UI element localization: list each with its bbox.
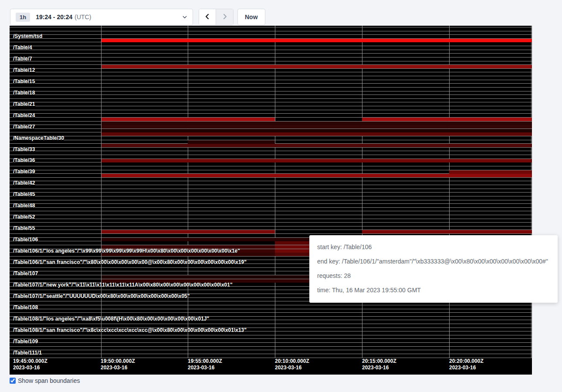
heat-band[interactable] [102, 132, 532, 136]
span-boundary-line [10, 215, 532, 215]
row-label: /Table/106/1/"los angeles"/"\x99\x99\x99… [13, 248, 240, 254]
duration-badge: 1h [16, 13, 30, 22]
row-label: /Table/33 [13, 147, 35, 152]
span-boundary-line [10, 192, 532, 193]
heat-band[interactable] [188, 140, 275, 144]
span-boundary-line [10, 76, 532, 76]
row-label: /Table/108/1/"san francisco"/"\x8c\xcc\x… [13, 328, 247, 333]
heat-band[interactable] [449, 170, 532, 174]
row-label: /Table/107 [13, 271, 38, 277]
span-boundary-line [10, 196, 532, 196]
span-tooltip: start key: /Table/106 end key: /Table/10… [309, 235, 558, 303]
x-axis-date: 2023-03-16 [13, 365, 47, 371]
chevron-down-icon [182, 14, 187, 20]
row-label: /Table/4 [13, 45, 32, 51]
span-boundary-line [10, 95, 532, 95]
heat-band[interactable] [102, 159, 532, 162]
heat-band[interactable] [102, 122, 532, 125]
row-label: /Table/15 [13, 79, 35, 84]
x-axis-label: 19:55:00.000Z2023-03-16 [188, 358, 222, 371]
heat-band[interactable] [102, 144, 532, 147]
span-boundary-line [10, 324, 532, 324]
time-range-selector[interactable]: 1h 19:24 - 20:24 (UTC) [10, 9, 193, 25]
show-span-boundaries-checkbox[interactable] [10, 378, 16, 384]
row-label: /Table/42 [13, 180, 35, 186]
heat-band[interactable] [362, 230, 532, 233]
heat-band[interactable] [102, 174, 532, 177]
span-boundary-line [10, 53, 532, 54]
span-boundary-line [10, 61, 532, 61]
span-boundary-line [10, 338, 532, 339]
row-label: /Table/106/1/"san francisco"/"\x80\x00\x… [13, 260, 247, 265]
footer: Show span boundaries [10, 377, 80, 384]
heat-band[interactable] [102, 230, 275, 233]
span-boundary-line [10, 110, 532, 110]
time-nav-group [199, 9, 234, 25]
row-label: /Table/108 [13, 305, 38, 311]
heat-band[interactable] [362, 118, 532, 121]
next-time-button[interactable] [216, 9, 233, 25]
span-boundary-line [10, 27, 532, 27]
row-label: /Table/55 [13, 226, 35, 231]
heat-band[interactable] [102, 39, 532, 42]
span-boundary-line [10, 31, 532, 31]
row-label: /Table/39 [13, 169, 35, 175]
heat-band[interactable] [102, 65, 532, 68]
heat-band[interactable] [102, 129, 532, 132]
time-gridline [531, 26, 532, 358]
row-label: /Table/48 [13, 203, 35, 209]
span-boundary-line [10, 181, 532, 181]
heat-band[interactable] [102, 118, 275, 121]
time-gridline [275, 26, 275, 358]
x-axis-date: 2023-03-16 [362, 365, 396, 371]
tooltip-start-key: start key: /Table/106 [317, 243, 550, 251]
heat-band[interactable] [102, 125, 532, 128]
span-boundary-line [10, 309, 532, 309]
x-axis-date: 2023-03-16 [188, 365, 222, 371]
span-boundary-line [10, 166, 532, 166]
row-label: /Table/21 [13, 101, 35, 107]
timezone-text: (UTC) [74, 14, 91, 20]
x-axis-label: 20:20:00.000Z2023-03-16 [449, 358, 484, 371]
row-label: /Table/18 [13, 90, 35, 96]
row-label: /Table/12 [13, 68, 35, 73]
time-gridline [101, 26, 102, 358]
now-button[interactable]: Now [237, 9, 265, 25]
x-axis-date: 2023-03-16 [275, 365, 309, 371]
span-boundary-line [10, 305, 532, 305]
x-axis-date: 2023-03-16 [449, 365, 484, 371]
span-boundary-line [10, 185, 532, 185]
tooltip-time: time: Thu, 16 Mar 2023 19:55:00 GMT [317, 286, 550, 294]
span-boundary-line [10, 113, 532, 114]
row-label: /Table/107/1/"new york"/"\x11\x11\x11\x1… [13, 282, 233, 288]
span-boundary-line [10, 354, 532, 354]
span-boundary-line [10, 102, 532, 102]
span-boundary-line [10, 203, 532, 204]
span-boundary-line [10, 342, 532, 343]
row-label: /Table/27 [13, 124, 35, 130]
time-gridline [362, 26, 362, 358]
previous-time-button[interactable] [199, 9, 216, 25]
span-boundary-line [10, 50, 532, 50]
key-visualizer-canvas[interactable]: /System/tsd/Table/4/Table/7/Table/12/Tab… [10, 26, 532, 375]
row-label: /Table/24 [13, 113, 35, 118]
x-axis-date: 2023-03-16 [101, 365, 135, 371]
x-axis-label: 19:50:00.000Z2023-03-16 [101, 358, 135, 371]
span-boundary-line [10, 106, 532, 106]
span-boundary-line [10, 211, 532, 211]
span-boundary-line [10, 87, 532, 88]
span-boundary-line [10, 226, 532, 226]
row-label: /Table/107/1/"seattle"/"UUUUUUD\x00\x80\… [13, 294, 190, 299]
show-span-boundaries-label[interactable]: Show span boundaries [18, 377, 80, 384]
span-boundary-line [10, 312, 532, 313]
row-label: /Table/45 [13, 192, 35, 197]
span-boundary-line [10, 335, 532, 335]
row-label: /System/tsd [13, 34, 42, 39]
span-boundary-line [10, 222, 532, 223]
time-range-text: 19:24 - 20:24 [36, 14, 72, 20]
span-boundary-line [10, 151, 532, 151]
span-boundary-line [10, 200, 532, 200]
time-gridline [449, 26, 450, 358]
row-label: /Table/52 [13, 214, 35, 220]
span-boundary-line [10, 207, 532, 208]
